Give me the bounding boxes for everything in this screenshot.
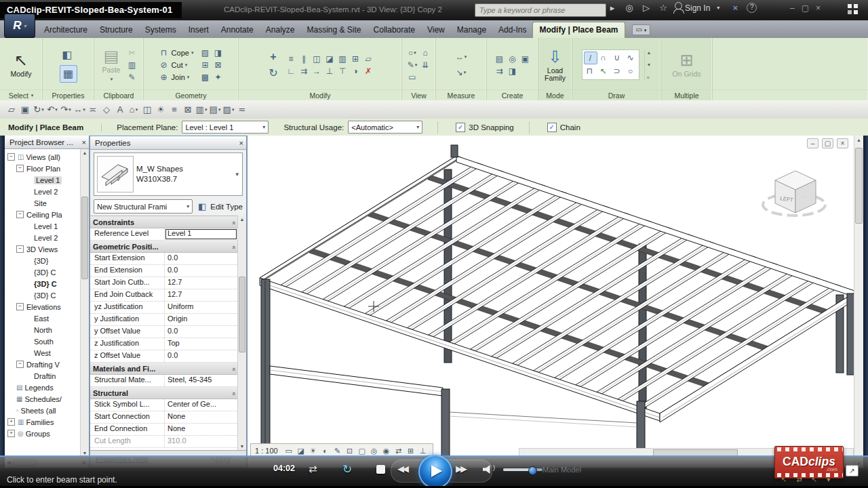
collapse-ribbon-icon[interactable]: ≂	[236, 104, 248, 115]
create-similar-icon[interactable]: ◎	[507, 53, 519, 64]
tab-collaborate[interactable]: Collaborate	[368, 22, 421, 38]
tree-item[interactable]: ▤Legends	[5, 382, 89, 393]
extend-icon[interactable]: →	[311, 65, 323, 77]
type-selector[interactable]: M_W Shapes W310X38.7 ▾	[94, 152, 243, 196]
family-types-icon[interactable]: ◧	[60, 47, 75, 62]
rotate-icon[interactable]: ↻	[266, 66, 281, 81]
undo-icon[interactable]: ↶▾	[46, 104, 58, 115]
scale-button[interactable]: 1 : 100	[255, 447, 278, 455]
save-icon[interactable]: ▣	[19, 104, 31, 115]
stop-button[interactable]	[376, 465, 385, 474]
tab-modify-place-beam[interactable]: Modify | Place Beam	[532, 22, 625, 38]
create-assembly-icon[interactable]: ⇉	[494, 65, 506, 77]
constraints-reveal-icon[interactable]: ⊥	[418, 445, 429, 457]
redo-icon[interactable]: ↷▾	[60, 104, 72, 115]
user-interface-icon[interactable]: ▤▾	[209, 104, 221, 115]
trim-corner-icon[interactable]: ∟	[285, 65, 297, 77]
crop-region-visibility-icon[interactable]: ▢	[357, 445, 368, 457]
modify-button[interactable]: ↖ Modify	[8, 50, 35, 79]
draw-tangent-arc-icon[interactable]: ⊃	[611, 65, 623, 77]
slab-edge-icon[interactable]: ▩	[199, 71, 211, 83]
offset-icon[interactable]: ∥	[298, 53, 310, 64]
tab-annotate[interactable]: Annotate	[215, 22, 260, 38]
draw-panel-scroll[interactable]: ▲▼≡	[644, 50, 652, 80]
fast-forward-button[interactable]: ▶▶	[456, 464, 465, 474]
window-minimize-button[interactable]: –	[790, 3, 795, 13]
match-type-icon[interactable]: ✎	[125, 71, 138, 83]
sun-settings-icon[interactable]: ☀	[308, 445, 319, 457]
rewind-button[interactable]: ◀◀	[397, 464, 407, 474]
tab-architecture[interactable]: Architecture	[38, 22, 94, 38]
default-3d-view-icon[interactable]: ⌂▾	[127, 104, 140, 115]
measure-between-refs-icon[interactable]: ↔▾	[455, 52, 467, 63]
property-section-header[interactable]: Materials and Fi...«	[90, 363, 237, 375]
properties-palette-button[interactable]: ▦	[60, 65, 77, 83]
repeat-button[interactable]: ↻	[342, 462, 352, 476]
switch-windows-icon[interactable]: ▥▾	[195, 104, 208, 115]
play-button[interactable]	[418, 455, 452, 488]
copy-clipboard-icon[interactable]: ▥	[125, 59, 138, 70]
subscription-icon[interactable]: ▷	[641, 3, 652, 13]
volume-slider[interactable]	[503, 468, 542, 471]
offset-small-icon[interactable]: ⊞	[199, 59, 211, 70]
view-house-icon[interactable]: ⌂	[419, 47, 431, 58]
edit-type-button[interactable]: ◧ Edit Type	[196, 201, 243, 212]
tab-add-ins[interactable]: Add-Ins	[492, 22, 532, 38]
draw-partial-ellipse-icon[interactable]: ⊓	[584, 65, 596, 77]
view-lightbulb-icon[interactable]: ○▾	[406, 47, 418, 58]
drawing-canvas[interactable]: – ▢ ×	[247, 136, 863, 468]
temporary-hide-isolate-icon[interactable]: ◎	[369, 445, 380, 457]
tree-item[interactable]: Level 2	[5, 186, 89, 197]
scale-icon[interactable]: ▱	[362, 53, 374, 64]
tree-item[interactable]: Level 1	[5, 220, 89, 232]
cut-button[interactable]: ⊘Cut▾	[158, 59, 194, 70]
trim-multiple-icon[interactable]: ⇉	[298, 65, 310, 77]
text-icon[interactable]: A	[114, 104, 126, 115]
tree-item[interactable]: Level 2	[5, 232, 89, 243]
help-icon[interactable]: ?	[747, 3, 757, 13]
aligned-dimension-icon[interactable]: ≍	[87, 104, 99, 115]
tree-item[interactable]: South	[5, 336, 89, 347]
tree-item[interactable]: ▦Schedules/	[5, 393, 89, 405]
load-as-group-icon[interactable]: ▣	[519, 53, 532, 64]
view-restore-button[interactable]: ▢	[822, 138, 833, 148]
sync-icon[interactable]: ↻▾	[33, 104, 45, 115]
split-element-icon[interactable]: ◑	[349, 65, 361, 77]
search-go-icon[interactable]: ▸	[607, 3, 618, 13]
on-grids-button[interactable]: ⊞ On Grids	[669, 50, 703, 79]
array-icon[interactable]: ⊞	[349, 53, 361, 64]
select-panel-label[interactable]: Select▾	[0, 89, 42, 100]
draw-line-icon[interactable]: /	[584, 52, 597, 64]
view-minimize-button[interactable]: –	[807, 138, 818, 148]
measure-icon[interactable]: ↔▾	[73, 104, 85, 115]
copy-icon[interactable]: ▥	[336, 53, 349, 64]
view-box-icon[interactable]: ▭	[406, 71, 418, 83]
ribbon-display-toggle[interactable]: ▭ ▾	[632, 24, 651, 35]
tree-item[interactable]: −◫Views (all)	[5, 151, 89, 163]
create-group-icon[interactable]: ▤	[494, 53, 506, 64]
align-icon[interactable]: ≡	[285, 53, 297, 64]
pin-icon[interactable]: ⊥	[323, 65, 336, 77]
analytical-model-icon[interactable]: ⊞	[406, 445, 416, 457]
shadows-icon[interactable]: ◐	[320, 445, 331, 457]
tree-item[interactable]: +▥Families	[5, 416, 89, 428]
search-input[interactable]	[475, 3, 606, 17]
tree-item[interactable]: −3D Views	[5, 243, 89, 255]
load-family-button[interactable]: ⇩ Load Family	[538, 47, 572, 83]
worksharing-display-icon[interactable]: ⇄	[393, 445, 404, 457]
window-restore-button[interactable]: ▢	[802, 3, 809, 13]
cope-button[interactable]: ⊓Cope▾	[158, 47, 194, 58]
tree-item[interactable]: Draftin	[5, 370, 89, 382]
filter-combo[interactable]: New Structural Frami▾	[94, 199, 193, 214]
tree-item[interactable]: {3D}	[5, 255, 89, 266]
tree-item[interactable]: {3D} C	[5, 266, 89, 278]
draw-spline-icon[interactable]: ∿	[625, 52, 637, 63]
properties-close-icon[interactable]: ×	[239, 139, 243, 147]
hatch-region-icon[interactable]: ▨▾	[222, 104, 235, 115]
favorites-star-icon[interactable]: ☆	[658, 3, 669, 13]
tree-item[interactable]: −Drafting V	[5, 359, 89, 370]
tab-structure[interactable]: Structure	[94, 22, 139, 38]
tree-item[interactable]: North	[5, 324, 89, 336]
tree-item[interactable]: Site	[5, 197, 89, 209]
property-section-header[interactable]: Geometric Positi...«	[90, 241, 237, 253]
